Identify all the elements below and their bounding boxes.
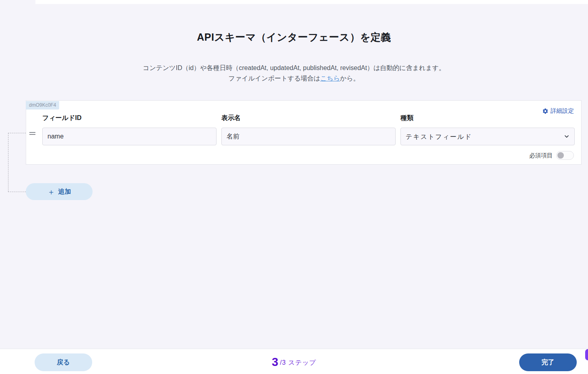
gear-icon	[542, 108, 549, 114]
subtitle-line-1: コンテンツID（id）や各種日時（createdAt, updatedAt, p…	[0, 63, 588, 73]
required-label: 必須項目	[529, 152, 553, 159]
display-name-label: 表示名	[221, 114, 396, 122]
subtitle-line-2-prefix: ファイルインポートする場合は	[229, 75, 320, 82]
kind-column: 種類 テキストフィールド	[400, 114, 575, 145]
kind-select-wrap: テキストフィールド	[400, 128, 575, 145]
done-button[interactable]: 完了	[519, 353, 577, 371]
field-id-label: フィールドID	[42, 114, 217, 122]
kind-select[interactable]: テキストフィールド	[400, 128, 575, 145]
step-current: 3	[272, 355, 278, 368]
required-toggle-knob	[557, 152, 564, 159]
drag-handle-bar	[29, 132, 35, 133]
footer-bar: 戻る 3/3 ステップ 完了	[0, 349, 588, 374]
step-total: /3 ステップ	[280, 359, 316, 366]
page-title: APIスキーマ（インターフェース）を定義	[0, 31, 588, 44]
connector-line	[8, 133, 26, 133]
add-field-button-label: 追加	[58, 188, 71, 196]
connector-line	[8, 133, 8, 192]
api-schema-definition-page: APIスキーマ（インターフェース）を定義 コンテンツID（id）や各種日時（cr…	[0, 0, 588, 374]
drag-handle-bar	[29, 134, 35, 135]
step-indicator: 3/3 ステップ	[0, 355, 588, 369]
subtitle-line-2: ファイルインポートする場合はこちらから。	[0, 73, 588, 84]
page-subtitle: コンテンツID（id）や各種日時（createdAt, updatedAt, p…	[0, 63, 588, 84]
import-here-link[interactable]: こちら	[320, 75, 340, 82]
kind-label: 種類	[400, 114, 575, 122]
field-id-column: フィールドID	[42, 114, 217, 145]
required-toggle[interactable]	[556, 151, 574, 160]
drag-handle[interactable]	[29, 130, 36, 136]
field-id-input[interactable]	[42, 128, 217, 145]
plus-icon: ＋	[47, 188, 55, 196]
required-row: 必須項目	[529, 151, 574, 160]
display-name-column: 表示名	[221, 114, 396, 145]
chat-widget-partial[interactable]	[585, 349, 588, 360]
subtitle-line-2-suffix: から。	[340, 75, 360, 82]
top-strip	[35, 0, 588, 4]
field-row-card: dmO9Kc0F4 詳細設定 フィールドID 表示名 種類 テキストフィールド	[26, 100, 582, 165]
display-name-input[interactable]	[221, 128, 396, 145]
add-field-button[interactable]: ＋ 追加	[26, 183, 93, 200]
field-id-badge: dmO9Kc0F4	[26, 101, 59, 110]
connector-line	[8, 192, 26, 192]
